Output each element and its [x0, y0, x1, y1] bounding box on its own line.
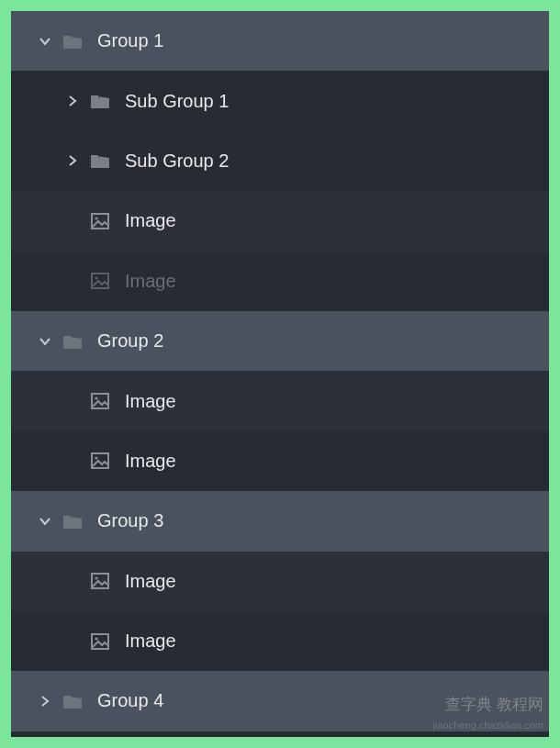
image-icon — [88, 630, 112, 653]
watermark: 查字典 教程网 jiaocheng.chazidian.com — [433, 696, 543, 733]
chevron-spacer — [64, 573, 81, 589]
tree-row[interactable]: Image — [11, 431, 549, 491]
svg-rect-11 — [63, 336, 71, 339]
svg-rect-1 — [63, 36, 71, 39]
svg-rect-4 — [91, 158, 109, 168]
svg-point-13 — [95, 396, 97, 399]
svg-point-21 — [95, 637, 97, 640]
tree-item-label: Group 2 — [97, 330, 163, 352]
folder-icon — [88, 149, 112, 173]
folder-icon — [61, 689, 84, 713]
folder-icon — [61, 509, 84, 533]
svg-rect-22 — [63, 698, 82, 709]
chevron-right-icon[interactable] — [64, 152, 81, 169]
tree-item-label: Sub Group 1 — [125, 91, 229, 112]
chevron-down-icon[interactable] — [37, 513, 53, 530]
svg-point-9 — [95, 277, 97, 280]
folder-icon — [88, 89, 112, 113]
chevron-right-icon[interactable] — [37, 693, 53, 709]
tree-row[interactable]: Image — [11, 191, 549, 251]
svg-rect-16 — [63, 519, 82, 529]
svg-point-7 — [95, 217, 97, 219]
tree-row[interactable]: Group 1 — [11, 11, 549, 71]
tree-item-label: Image — [125, 571, 176, 592]
tree-item-label: Group 3 — [97, 510, 163, 531]
svg-point-19 — [95, 577, 97, 580]
svg-rect-10 — [63, 339, 82, 349]
tree-item-label: Group 1 — [97, 30, 163, 51]
chevron-spacer — [64, 273, 81, 289]
tree-row[interactable]: Sub Group 2 — [11, 131, 549, 191]
image-icon — [88, 209, 112, 233]
chevron-down-icon[interactable] — [37, 333, 53, 350]
image-icon — [88, 269, 112, 293]
chevron-spacer — [64, 393, 81, 409]
svg-rect-0 — [63, 39, 82, 49]
svg-rect-3 — [91, 95, 98, 98]
tree-item-label: Image — [125, 210, 176, 231]
folder-icon — [61, 29, 84, 53]
tree-row[interactable]: Image — [11, 552, 549, 611]
tree-item-label: Image — [125, 271, 176, 292]
svg-rect-2 — [91, 98, 109, 108]
tree-row[interactable]: Image — [11, 251, 549, 311]
image-icon — [88, 569, 112, 593]
tree-item-label: Image — [125, 631, 176, 652]
tree-row[interactable]: Group 2 — [11, 311, 549, 371]
svg-rect-23 — [63, 696, 71, 698]
chevron-spacer — [64, 213, 81, 229]
tree-row[interactable]: Image — [11, 611, 549, 671]
svg-rect-17 — [63, 516, 71, 519]
tree-row[interactable]: Image — [11, 371, 549, 430]
folder-icon — [61, 329, 84, 353]
chevron-right-icon[interactable] — [64, 93, 81, 109]
tree-row[interactable]: Sub Group 1 — [11, 71, 549, 130]
watermark-line2: jiaocheng.chazidian.com — [433, 720, 543, 731]
chevron-down-icon[interactable] — [37, 33, 53, 50]
image-icon — [88, 389, 112, 413]
chevron-spacer — [64, 633, 81, 650]
tree-item-label: Group 4 — [97, 690, 163, 711]
layer-tree: Group 1Sub Group 1Sub Group 2ImageImageG… — [11, 11, 549, 737]
tree-item-label: Image — [125, 451, 176, 472]
tree-row[interactable]: Group 3 — [11, 491, 549, 551]
watermark-line1: 查字典 教程网 — [445, 696, 543, 713]
svg-rect-5 — [91, 155, 98, 158]
image-icon — [88, 449, 112, 473]
tree-item-label: Image — [125, 391, 176, 412]
tree-item-label: Sub Group 2 — [125, 151, 229, 172]
chevron-spacer — [64, 452, 81, 469]
svg-point-15 — [95, 457, 97, 460]
